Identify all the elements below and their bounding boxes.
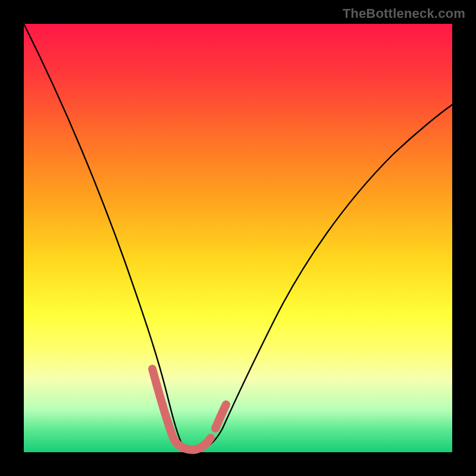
- bottleneck-curve: [24, 24, 452, 449]
- chart-container: TheBottleneck.com: [0, 0, 476, 476]
- watermark-text: TheBottleneck.com: [343, 6, 465, 21]
- bottleneck-curve-svg: [24, 24, 452, 452]
- plot-area: [24, 24, 452, 452]
- highlight-segment-left: [152, 369, 211, 450]
